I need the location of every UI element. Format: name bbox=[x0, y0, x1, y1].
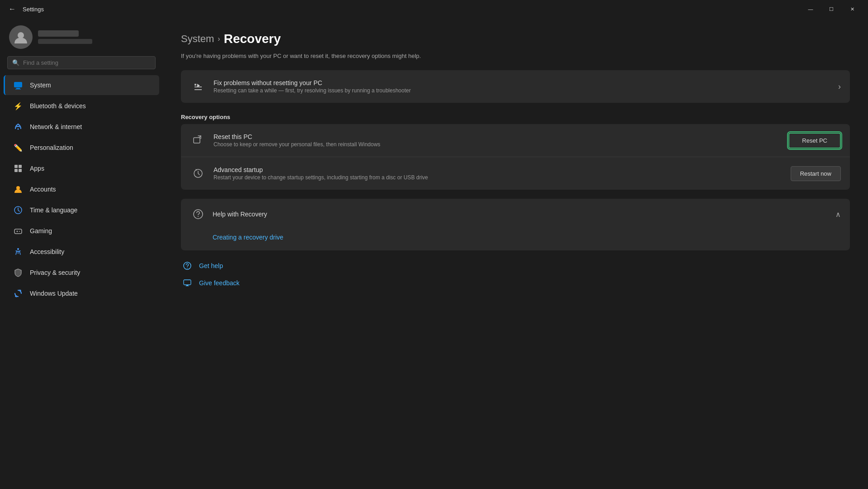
sidebar-item-label-time: Time & language bbox=[30, 206, 77, 214]
sidebar-item-label-system: System bbox=[30, 82, 51, 89]
sidebar-item-time[interactable]: Time & language bbox=[4, 200, 159, 220]
help-recovery-icon bbox=[190, 206, 206, 222]
svg-rect-5 bbox=[14, 165, 18, 168]
user-email-placeholder bbox=[38, 39, 92, 44]
fix-problems-chevron: › bbox=[838, 82, 841, 91]
reset-pc-title: Reset this PC bbox=[213, 133, 781, 140]
search-input[interactable] bbox=[23, 59, 151, 66]
get-help-link[interactable]: Get help bbox=[199, 262, 223, 269]
help-recovery-header[interactable]: Help with Recovery ∧ bbox=[181, 199, 850, 230]
advanced-startup-title: Advanced startup bbox=[213, 166, 783, 173]
svg-point-0 bbox=[18, 32, 24, 38]
accounts-icon bbox=[13, 184, 24, 195]
sidebar-item-accounts[interactable]: Accounts bbox=[4, 179, 159, 199]
back-button[interactable]: ← bbox=[5, 2, 19, 16]
svg-rect-6 bbox=[19, 165, 22, 168]
advanced-startup-row: Advanced startup Restart your device to … bbox=[181, 157, 850, 190]
sidebar-item-bluetooth[interactable]: ⚡ Bluetooth & devices bbox=[4, 96, 159, 116]
sidebar-item-label-gaming: Gaming bbox=[30, 227, 52, 235]
sidebar-item-label-apps: Apps bbox=[30, 165, 44, 172]
give-feedback-row: Give feedback bbox=[181, 277, 850, 289]
accessibility-icon bbox=[13, 246, 24, 257]
time-icon bbox=[13, 205, 24, 216]
svg-point-12 bbox=[19, 231, 20, 232]
help-recovery-body: Creating a recovery drive bbox=[181, 230, 850, 250]
sidebar-item-label-network: Network & internet bbox=[30, 123, 82, 130]
personalization-icon: ✏️ bbox=[13, 142, 24, 153]
get-help-icon bbox=[181, 259, 194, 272]
sidebar-item-personalization[interactable]: ✏️ Personalization bbox=[4, 138, 159, 158]
network-icon bbox=[13, 121, 24, 132]
sidebar: 🔍 System ⚡ Bluetooth & devices bbox=[0, 18, 163, 489]
search-box[interactable]: 🔍 bbox=[7, 56, 156, 69]
svg-rect-20 bbox=[184, 280, 191, 285]
fix-problems-desc: Resetting can take a while — first, try … bbox=[213, 87, 831, 94]
advanced-startup-text: Advanced startup Restart your device to … bbox=[213, 166, 783, 181]
fix-problems-card: Fix problems without resetting your PC R… bbox=[181, 70, 850, 103]
titlebar: ← Settings — ☐ ✕ bbox=[0, 0, 868, 18]
sidebar-item-label-accounts: Accounts bbox=[30, 186, 56, 193]
search-icon: 🔍 bbox=[12, 59, 19, 66]
fix-problems-title: Fix problems without resetting your PC bbox=[213, 79, 831, 86]
sidebar-item-label-personalization: Personalization bbox=[30, 144, 73, 151]
help-recovery-card: Help with Recovery ∧ Creating a recovery… bbox=[181, 199, 850, 250]
reset-pc-button[interactable]: Reset PC bbox=[788, 133, 841, 149]
sidebar-item-label-bluetooth: Bluetooth & devices bbox=[30, 102, 86, 110]
fix-problems-row[interactable]: Fix problems without resetting your PC R… bbox=[181, 70, 850, 103]
breadcrumb: System › Recovery bbox=[181, 32, 850, 46]
sidebar-item-label-windows-update: Windows Update bbox=[30, 290, 78, 297]
privacy-icon bbox=[13, 267, 24, 278]
sidebar-item-privacy[interactable]: Privacy & security bbox=[4, 263, 159, 283]
recovery-options-label: Recovery options bbox=[181, 114, 850, 120]
sidebar-item-accessibility[interactable]: Accessibility bbox=[4, 242, 159, 262]
bluetooth-icon: ⚡ bbox=[13, 101, 24, 111]
svg-point-17 bbox=[198, 216, 199, 217]
gaming-icon bbox=[13, 225, 24, 236]
sidebar-item-label-accessibility: Accessibility bbox=[30, 248, 64, 255]
give-feedback-icon bbox=[181, 277, 194, 289]
minimize-button[interactable]: — bbox=[800, 2, 821, 16]
system-icon bbox=[13, 80, 24, 91]
svg-rect-7 bbox=[14, 169, 18, 172]
app-body: 🔍 System ⚡ Bluetooth & devices bbox=[0, 18, 868, 489]
creating-recovery-link[interactable]: Creating a recovery drive bbox=[213, 234, 283, 241]
sidebar-item-gaming[interactable]: Gaming bbox=[4, 221, 159, 241]
svg-rect-1 bbox=[14, 82, 22, 87]
user-name-placeholder bbox=[38, 30, 79, 37]
maximize-button[interactable]: ☐ bbox=[821, 2, 842, 16]
sidebar-item-label-privacy: Privacy & security bbox=[30, 269, 80, 276]
breadcrumb-current: Recovery bbox=[224, 32, 281, 46]
svg-rect-2 bbox=[16, 88, 20, 89]
advanced-startup-icon bbox=[190, 165, 206, 182]
svg-rect-11 bbox=[14, 229, 22, 234]
svg-rect-8 bbox=[19, 169, 22, 172]
windows-update-icon bbox=[13, 288, 24, 299]
breadcrumb-parent[interactable]: System bbox=[181, 33, 214, 45]
reset-pc-text: Reset this PC Choose to keep or remove y… bbox=[213, 133, 781, 148]
close-button[interactable]: ✕ bbox=[842, 2, 863, 16]
svg-rect-3 bbox=[15, 89, 21, 90]
restart-now-button[interactable]: Restart now bbox=[791, 166, 841, 181]
sidebar-item-apps[interactable]: Apps bbox=[4, 158, 159, 178]
reset-pc-desc: Choose to keep or remove your personal f… bbox=[213, 141, 781, 148]
reset-pc-row: Reset this PC Choose to keep or remove y… bbox=[181, 124, 850, 157]
search-container: 🔍 bbox=[0, 54, 163, 75]
recovery-options-card: Reset this PC Choose to keep or remove y… bbox=[181, 124, 850, 190]
bottom-links: Get help Give feedback bbox=[181, 259, 850, 289]
svg-point-19 bbox=[187, 268, 188, 268]
user-name-area bbox=[38, 30, 92, 44]
fix-problems-icon bbox=[190, 78, 206, 95]
fix-problems-text: Fix problems without resetting your PC R… bbox=[213, 79, 831, 94]
reset-pc-button-wrap: Reset PC bbox=[788, 133, 841, 149]
user-profile bbox=[0, 18, 163, 54]
sidebar-item-network[interactable]: Network & internet bbox=[4, 117, 159, 137]
help-chevron-icon: ∧ bbox=[835, 210, 841, 219]
sidebar-item-system[interactable]: System bbox=[4, 75, 159, 95]
apps-icon bbox=[13, 163, 24, 174]
svg-rect-14 bbox=[194, 138, 200, 143]
svg-point-4 bbox=[18, 129, 19, 130]
sidebar-item-windows-update[interactable]: Windows Update bbox=[4, 283, 159, 303]
give-feedback-link[interactable]: Give feedback bbox=[199, 279, 240, 287]
window-controls: — ☐ ✕ bbox=[800, 2, 863, 16]
reset-pc-icon bbox=[190, 132, 206, 149]
